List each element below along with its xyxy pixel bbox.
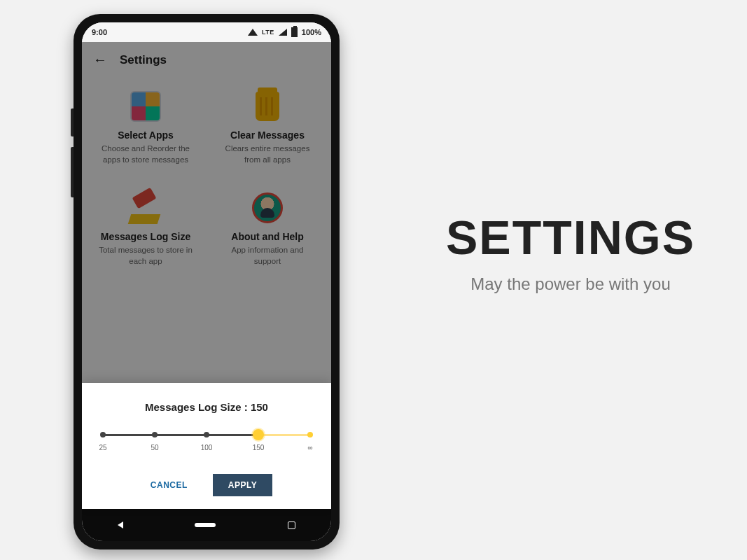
wifi-icon (248, 29, 258, 36)
slider-tick[interactable] (204, 432, 209, 438)
phone-frame: 9:00 LTE 100% ← Settings Select Apps Cho… (74, 14, 340, 550)
nav-home-icon[interactable] (195, 523, 216, 527)
status-bar: 9:00 LTE 100% (82, 22, 331, 42)
status-time: 9:00 (92, 28, 107, 36)
volume-button (71, 108, 74, 136)
slider-thumb[interactable] (253, 429, 264, 440)
lte-label: LTE (262, 29, 274, 36)
battery-percent: 100% (302, 28, 321, 36)
slider-tick-label: 150 (253, 444, 265, 451)
slider-tick[interactable] (307, 432, 313, 438)
dialog-title: Messages Log Size : 150 (97, 401, 316, 413)
promo-title: SETTINGS (424, 210, 718, 265)
promo-subtitle: May the power be with you (424, 274, 718, 294)
battery-icon (291, 27, 298, 37)
slider[interactable]: 2550100150∞ (97, 434, 316, 468)
system-nav-bar (82, 509, 331, 541)
nav-recent-icon[interactable] (288, 522, 295, 529)
cancel-button[interactable]: CANCEL (141, 474, 197, 496)
slider-tick-label: ∞ (307, 444, 312, 451)
slider-tick-label: 25 (99, 444, 106, 451)
apply-button[interactable]: APPLY (213, 474, 272, 496)
slider-tick-label: 50 (151, 444, 158, 451)
signal-icon (279, 29, 287, 36)
log-size-dialog: Messages Log Size : 150 2550100150∞ CANC… (82, 383, 331, 509)
slider-tick[interactable] (152, 432, 158, 438)
power-button (71, 147, 74, 197)
slider-tick[interactable] (100, 432, 106, 438)
nav-back-icon[interactable] (118, 522, 123, 528)
slider-tick-label: 100 (201, 444, 213, 451)
